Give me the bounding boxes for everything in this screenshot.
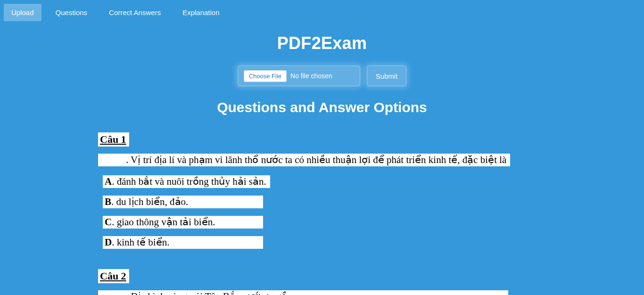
upload-row: Choose File No file chosen Submit	[0, 66, 644, 86]
question-block: Câu 2 . Địa hình vùng núi Tây Bắc nước t…	[98, 269, 546, 295]
nav-questions[interactable]: Questions	[48, 4, 95, 21]
submit-button[interactable]: Submit	[367, 66, 407, 86]
option-d: D. kinh tế biển.	[103, 236, 263, 249]
navbar: Upload Questions Correct Answers Explana…	[0, 0, 644, 27]
file-input-wrap[interactable]: Choose File No file chosen	[238, 66, 360, 86]
nav-upload[interactable]: Upload	[4, 4, 41, 21]
option-c: C. giao thông vận tải biển.	[103, 216, 263, 229]
question-prompt: . Vị trí địa lí và phạm vi lãnh thổ nước…	[98, 154, 510, 166]
page-title: PDF2Exam	[0, 33, 644, 53]
option-a: A. đánh bắt và nuôi trồng thủy hải sản.	[103, 175, 270, 188]
options-list: A. đánh bắt và nuôi trồng thủy hải sản. …	[100, 174, 546, 250]
question-header: Câu 1	[98, 132, 129, 147]
questions-content: Câu 1 . Vị trí địa lí và phạm vi lãnh th…	[98, 132, 546, 295]
section-title: Questions and Answer Options	[0, 99, 644, 115]
nav-explanation[interactable]: Explanation	[175, 4, 227, 21]
choose-file-button[interactable]: Choose File	[244, 70, 287, 82]
question-prompt: . Địa hình vùng núi Tây Bắc nước ta gồm	[98, 290, 508, 295]
nav-correct-answers[interactable]: Correct Answers	[101, 4, 168, 21]
question-header: Câu 2	[98, 269, 129, 283]
question-block: Câu 1 . Vị trí địa lí và phạm vi lãnh th…	[98, 132, 546, 250]
file-status: No file chosen	[290, 72, 332, 80]
option-b: B. du lịch biển, đảo.	[103, 196, 263, 208]
